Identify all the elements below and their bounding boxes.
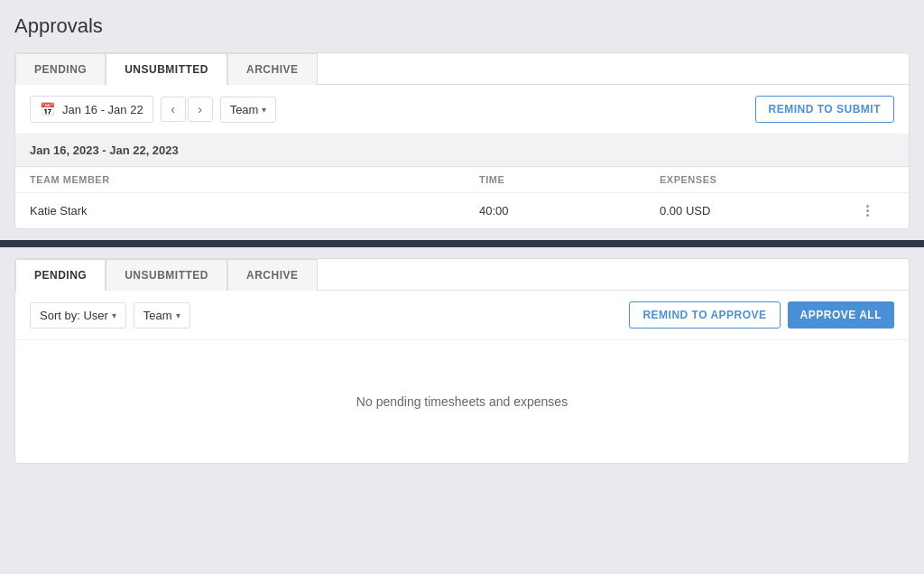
sort-caret: ▾	[112, 310, 116, 320]
team-dropdown-top[interactable]: Team ▾	[220, 97, 277, 123]
tab-unsubmitted-top[interactable]: UNSUBMITTED	[106, 53, 227, 85]
bottom-tabs: PENDING UNSUBMITTED ARCHIVE	[15, 259, 909, 291]
tab-pending-top[interactable]: PENDING	[15, 53, 106, 85]
team-caret-bottom: ▾	[176, 310, 180, 320]
tab-pending-bottom[interactable]: PENDING	[15, 259, 106, 291]
empty-state-text: No pending timesheets and expenses	[356, 394, 568, 409]
row-more-button[interactable]	[840, 205, 894, 217]
col-time: TIME	[479, 174, 660, 185]
team-label-bottom: Team	[143, 309, 172, 322]
top-panel: PENDING UNSUBMITTED ARCHIVE 📅 Jan 16 - J…	[14, 52, 910, 229]
team-caret-top: ▾	[262, 105, 266, 115]
empty-state: No pending timesheets and expenses	[15, 340, 909, 463]
date-range-label: Jan 16 - Jan 22	[62, 103, 143, 116]
approve-all-button[interactable]: APPROVE ALL	[788, 301, 894, 329]
next-date-button[interactable]: ›	[188, 97, 213, 122]
col-actions	[840, 174, 894, 185]
table-row: Katie Stark 40:00 0.00 USD	[15, 193, 909, 228]
sort-by-dropdown[interactable]: Sort by: User ▾	[30, 302, 126, 329]
sort-by-label: Sort by: User	[40, 309, 108, 322]
toolbar-right-top: REMIND TO SUBMIT	[755, 96, 894, 123]
bottom-toolbar: Sort by: User ▾ Team ▾ REMIND TO APPROVE…	[15, 291, 909, 340]
dot-2	[866, 209, 869, 212]
time-value: 40:00	[479, 204, 660, 218]
expenses-value: 0.00 USD	[660, 204, 840, 218]
top-toolbar: 📅 Jan 16 - Jan 22 ‹ › Team ▾ REMIND TO S…	[15, 85, 909, 134]
tab-archive-top[interactable]: ARCHIVE	[227, 53, 318, 85]
member-name: Katie Stark	[30, 204, 479, 218]
col-team-member: TEAM MEMBER	[30, 174, 479, 185]
tab-archive-bottom[interactable]: ARCHIVE	[227, 259, 318, 291]
remind-to-approve-button[interactable]: REMIND TO APPROVE	[629, 301, 780, 329]
tab-unsubmitted-bottom[interactable]: UNSUBMITTED	[106, 259, 227, 291]
section-header-top: Jan 16, 2023 - Jan 22, 2023	[15, 134, 909, 167]
remind-to-submit-button[interactable]: REMIND TO SUBMIT	[755, 96, 894, 123]
prev-date-button[interactable]: ‹	[161, 97, 186, 122]
dot-1	[866, 205, 869, 208]
calendar-icon: 📅	[40, 102, 55, 116]
dot-3	[866, 214, 869, 217]
page-title: Approvals	[14, 14, 910, 38]
team-dropdown-bottom[interactable]: Team ▾	[134, 302, 190, 329]
table-header-top: TEAM MEMBER TIME EXPENSES	[15, 167, 909, 193]
team-label-top: Team	[230, 103, 259, 116]
top-tabs: PENDING UNSUBMITTED ARCHIVE	[15, 53, 909, 85]
toolbar-right-bottom: REMIND TO APPROVE APPROVE ALL	[629, 301, 894, 329]
col-expenses: EXPENSES	[660, 174, 840, 185]
nav-group: ‹ ›	[161, 97, 213, 122]
date-range-button[interactable]: 📅 Jan 16 - Jan 22	[30, 96, 153, 123]
panel-separator	[0, 240, 924, 247]
bottom-panel: PENDING UNSUBMITTED ARCHIVE Sort by: Use…	[14, 258, 910, 464]
